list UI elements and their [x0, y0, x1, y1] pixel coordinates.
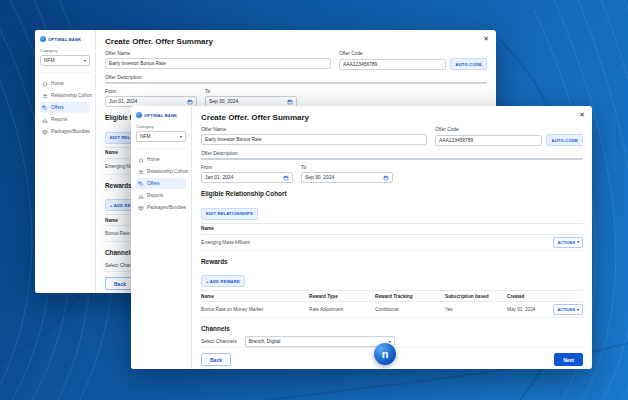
sidebar-item-relationship-cohort[interactable]: Relationship Cohort: [136, 166, 186, 177]
people-icon: [42, 93, 48, 99]
create-offer-window-front: OPTIMAL BANK Category NFM ▾ Home Relatio…: [131, 106, 592, 369]
offer-name-value: Early Investor Bonus Rate: [109, 61, 166, 66]
add-reward-button[interactable]: + ADD REWARD: [201, 275, 245, 287]
bank-logo-icon: [40, 36, 46, 42]
sidebar-nav: Home Relationship Cohort Offers Reports …: [136, 148, 186, 213]
bar-chart-icon: [42, 117, 48, 123]
next-button[interactable]: Next: [554, 353, 583, 366]
sidebar-item-label: Reports: [51, 117, 67, 122]
brand-logo: OPTIMAL BANK: [40, 36, 90, 42]
sidebar-item-home[interactable]: Home: [40, 78, 90, 89]
actions-button[interactable]: ACTIONS ▾: [553, 304, 583, 315]
category-value: NFM: [44, 58, 54, 63]
to-date-value: Sep 30, 2024: [305, 175, 334, 180]
page-title: Create Offer. Offer Summary: [105, 37, 487, 46]
calendar-icon: [383, 175, 389, 181]
rewards-section-title: Rewards: [201, 258, 583, 265]
sidebar-item-reports[interactable]: Reports: [136, 190, 186, 201]
to-date-input[interactable]: Sep 30, 2024: [301, 172, 393, 183]
bank-logo-icon: [136, 112, 142, 118]
offer-description-label: Offer Description: [105, 75, 487, 80]
chevron-down-icon: ▾: [577, 308, 579, 312]
from-date-value: Jan 01, 2024: [205, 175, 233, 180]
calendar-icon: [287, 99, 293, 105]
from-label: From: [105, 89, 197, 94]
cohort-row-name: Emerging Mass Affluent: [201, 240, 250, 245]
package-icon: [42, 129, 48, 135]
actions-label: ACTIONS: [557, 307, 575, 312]
brand-watermark-logo: n: [374, 343, 396, 365]
offer-summary-main: ✕ Create Offer. Offer Summary Offer Name…: [192, 106, 592, 369]
actions-label: ACTIONS: [557, 240, 575, 245]
category-select[interactable]: NFM ▾: [136, 131, 186, 142]
brand-name: OPTIMAL BANK: [48, 37, 81, 42]
to-label: To: [205, 89, 297, 94]
offer-description-label: Offer Description: [201, 151, 583, 156]
back-button[interactable]: Back: [201, 353, 231, 366]
home-icon: [42, 81, 48, 87]
brand-name: OPTIMAL BANK: [144, 113, 177, 118]
close-icon[interactable]: ✕: [579, 111, 585, 118]
rewards-table: Name Reward Type Reward Tracking Subscri…: [201, 290, 583, 318]
sidebar-item-offers[interactable]: Offers: [40, 102, 90, 113]
category-label: Category: [40, 48, 90, 53]
from-label: From: [201, 165, 293, 170]
sidebar-item-packages-bundles[interactable]: Packages/Bundles: [40, 126, 90, 137]
sidebar-item-home[interactable]: Home: [136, 154, 186, 165]
chevron-down-icon: ▾: [84, 59, 86, 63]
offer-code-input[interactable]: AAA123456789: [339, 59, 446, 70]
to-date-value: Sep 30, 2024: [209, 99, 238, 104]
close-icon[interactable]: ✕: [483, 35, 489, 42]
bar-chart-icon: [138, 193, 144, 199]
cohort-name-header: Name: [105, 150, 118, 155]
sidebar-item-offers[interactable]: Offers: [136, 178, 186, 189]
sidebar-item-label: Reports: [147, 193, 163, 198]
cohort-section-title: Eligible Relationship Cohort: [201, 190, 583, 197]
calendar-icon: [187, 99, 193, 105]
sidebar-item-reports[interactable]: Reports: [40, 114, 90, 125]
reward-name: Bonus Rate on Money Market: [201, 307, 309, 312]
sidebar-item-label: Home: [147, 157, 160, 162]
sidebar: OPTIMAL BANK Category NFM ▾ Home Relatio…: [131, 106, 192, 369]
auto-code-button[interactable]: AUTO-CODE: [546, 134, 583, 146]
sidebar: OPTIMAL BANK Category NFM ▾ Home Relatio…: [35, 30, 96, 293]
home-icon: [138, 157, 144, 163]
rewards-header-created: Created: [507, 294, 553, 299]
offer-name-input[interactable]: Early Investor Bonus Rate: [105, 58, 331, 69]
auto-code-button[interactable]: AUTO-CODE: [450, 58, 487, 70]
offer-name-label: Offer Name: [105, 51, 331, 56]
sidebar-item-label: Packages/Bundles: [51, 129, 90, 134]
from-date-input[interactable]: Jan 01, 2024: [201, 172, 293, 183]
to-label: To: [301, 165, 393, 170]
people-icon: [138, 169, 144, 175]
offer-code-input[interactable]: AAA123456789: [435, 135, 542, 146]
rewards-header-name: Name: [201, 294, 309, 299]
tag-icon: [42, 105, 48, 111]
chevron-down-icon: ▾: [180, 135, 182, 139]
channels-value: Branch, Digital: [249, 339, 281, 344]
select-channels-label: Select Channels: [201, 339, 237, 344]
reward-created: May 01, 2024: [507, 307, 553, 312]
offer-code-value: AAA123456789: [343, 62, 377, 67]
cohort-name-header: Name: [201, 226, 214, 231]
table-row: Bonus Rate on Money Market Rate Adjustme…: [201, 302, 583, 318]
category-select[interactable]: NFM ▾: [40, 55, 90, 66]
offer-code-label: Offer Code: [435, 127, 583, 132]
brand-logo: OPTIMAL BANK: [136, 112, 186, 118]
offer-name-label: Offer Name: [201, 127, 427, 132]
actions-button[interactable]: ACTIONS ▾: [553, 237, 583, 248]
channels-select[interactable]: Branch, Digital ▾: [245, 336, 395, 347]
rewards-header-type: Reward Type: [309, 294, 375, 299]
edit-relationships-button[interactable]: EDIT RELATIONSHIPS: [201, 208, 258, 220]
table-row: Emerging Mass Affluent ACTIONS ▾: [201, 235, 583, 251]
rewards-header-subscription: Subscription based: [445, 294, 507, 299]
reward-subscription: Yes: [445, 307, 507, 312]
sidebar-item-relationship-cohort[interactable]: Relationship Cohort: [40, 90, 90, 101]
sidebar-item-packages-bundles[interactable]: Packages/Bundles: [136, 202, 186, 213]
category-value: NFM: [140, 134, 150, 139]
page-title: Create Offer. Offer Summary: [201, 113, 583, 122]
category-label: Category: [136, 124, 186, 129]
rewards-header-tracking: Reward Tracking: [375, 294, 445, 299]
channels-section-title: Channels: [201, 325, 583, 332]
offer-name-input[interactable]: Early Investor Bonus Rate: [201, 134, 427, 145]
